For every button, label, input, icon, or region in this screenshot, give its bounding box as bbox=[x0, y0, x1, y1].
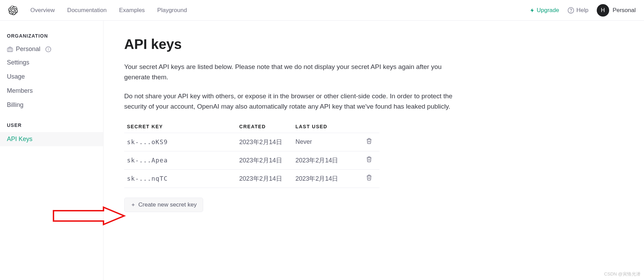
key-value: sk-...nqTC bbox=[124, 169, 237, 188]
sidebar: ORGANIZATION Personal Settings Usage Mem… bbox=[0, 21, 103, 280]
upgrade-label: Upgrade bbox=[537, 7, 559, 14]
lightning-icon bbox=[530, 7, 535, 13]
help-label: Help bbox=[576, 7, 588, 14]
sidebar-item-members[interactable]: Members bbox=[0, 84, 103, 98]
sidebar-item-settings[interactable]: Settings bbox=[0, 56, 103, 70]
create-secret-key-button[interactable]: Create new secret key bbox=[124, 198, 203, 212]
account-menu[interactable]: H Personal bbox=[597, 4, 636, 17]
page-desc-1: Your secret API keys are listed below. P… bbox=[124, 62, 455, 83]
help-link[interactable]: Help bbox=[567, 7, 588, 14]
svg-rect-2 bbox=[8, 48, 13, 52]
table-row: sk-...oKS9 2023年2月14日 Never bbox=[124, 133, 379, 151]
nav-documentation[interactable]: Documentation bbox=[67, 7, 107, 14]
create-button-label: Create new secret key bbox=[138, 201, 197, 208]
info-icon bbox=[45, 46, 51, 52]
key-created: 2023年2月14日 bbox=[237, 133, 293, 151]
th-created: CREATED bbox=[237, 120, 293, 133]
main-content: API keys Your secret API keys are listed… bbox=[103, 21, 517, 280]
key-created: 2023年2月14日 bbox=[237, 169, 293, 188]
page-desc-2: Do not share your API key with others, o… bbox=[124, 91, 455, 112]
watermark: CSDN @寅恪光潜 bbox=[604, 271, 641, 277]
delete-key-button[interactable] bbox=[366, 156, 372, 162]
key-last-used: 2023年2月14日 bbox=[293, 151, 359, 169]
sidebar-org-label: ORGANIZATION bbox=[0, 33, 103, 43]
th-secret-key: SECRET KEY bbox=[124, 120, 237, 133]
avatar-name: Personal bbox=[613, 7, 636, 14]
sidebar-item-billing[interactable]: Billing bbox=[0, 98, 103, 112]
sidebar-user-label: USER bbox=[0, 122, 103, 132]
nav-playground[interactable]: Playground bbox=[157, 7, 187, 14]
key-value: sk-...Apea bbox=[124, 151, 237, 169]
key-last-used: Never bbox=[293, 133, 359, 151]
delete-key-button[interactable] bbox=[366, 138, 372, 144]
sidebar-item-usage[interactable]: Usage bbox=[0, 70, 103, 84]
page-title: API keys bbox=[124, 37, 497, 52]
upgrade-link[interactable]: Upgrade bbox=[530, 7, 559, 14]
delete-key-button[interactable] bbox=[366, 174, 372, 181]
key-last-used: 2023年2月14日 bbox=[293, 169, 359, 188]
svg-point-5 bbox=[48, 48, 49, 48]
keys-table: SECRET KEY CREATED LAST USED sk-...oKS9 … bbox=[124, 120, 379, 188]
th-last-used: LAST USED bbox=[293, 120, 359, 133]
sidebar-item-api-keys[interactable]: API Keys bbox=[0, 132, 103, 146]
table-row: sk-...Apea 2023年2月14日 2023年2月14日 bbox=[124, 151, 379, 169]
briefcase-icon bbox=[7, 46, 13, 52]
top-nav: Overview Documentation Examples Playgrou… bbox=[0, 0, 644, 21]
nav-overview[interactable]: Overview bbox=[30, 7, 55, 14]
avatar: H bbox=[597, 4, 609, 17]
plus-icon bbox=[131, 202, 136, 207]
svg-point-1 bbox=[571, 11, 571, 12]
key-created: 2023年2月14日 bbox=[237, 151, 293, 169]
sidebar-org-selector[interactable]: Personal bbox=[0, 43, 103, 56]
table-row: sk-...nqTC 2023年2月14日 2023年2月14日 bbox=[124, 169, 379, 188]
sidebar-org-name: Personal bbox=[16, 46, 40, 53]
help-icon bbox=[567, 7, 574, 14]
openai-logo[interactable] bbox=[8, 6, 18, 15]
nav-examples[interactable]: Examples bbox=[119, 7, 145, 14]
key-value: sk-...oKS9 bbox=[124, 133, 237, 151]
